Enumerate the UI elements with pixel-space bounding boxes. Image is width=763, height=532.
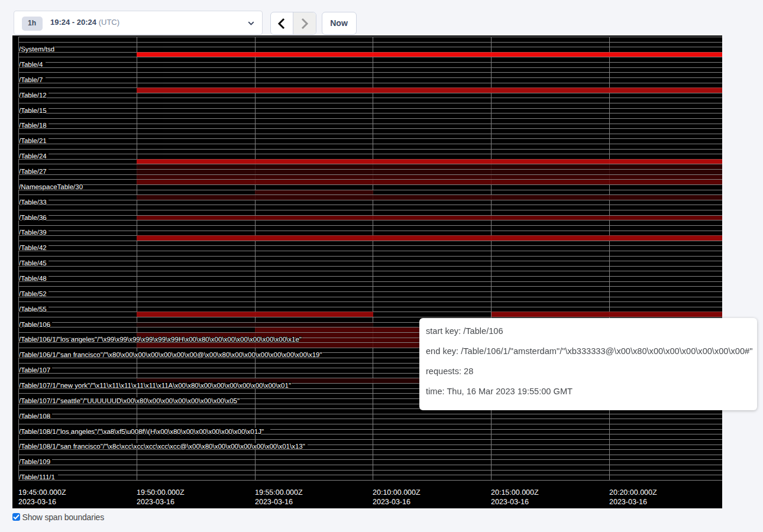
svg-text:19:50:00.000Z: 19:50:00.000Z: [137, 488, 185, 497]
svg-text:19:45:00.000Z: 19:45:00.000Z: [18, 488, 66, 497]
svg-text:/Table/36: /Table/36: [19, 215, 47, 222]
svg-text:2023-03-16: 2023-03-16: [18, 498, 56, 506]
svg-text:/Table/108/1/"san francisco"/": /Table/108/1/"san francisco"/"\x8c\xcc\x…: [19, 443, 305, 450]
svg-text:/Table/106: /Table/106: [19, 322, 50, 329]
svg-text:19:55:00.000Z: 19:55:00.000Z: [255, 488, 303, 497]
svg-text:/Table/12: /Table/12: [19, 92, 47, 99]
svg-text:20:15:00.000Z: 20:15:00.000Z: [491, 488, 539, 497]
svg-text:2023-03-16: 2023-03-16: [255, 498, 293, 506]
svg-text:/Table/18: /Table/18: [19, 122, 47, 129]
svg-text:/Table/106/1/"los angeles"/"\x: /Table/106/1/"los angeles"/"\x99\x99\x99…: [19, 336, 302, 343]
svg-text:/Table/4: /Table/4: [19, 61, 43, 69]
svg-text:2023-03-16: 2023-03-16: [609, 498, 647, 506]
svg-text:/Table/45: /Table/45: [19, 260, 47, 267]
svg-text:/System/tsd: /System/tsd: [19, 46, 54, 53]
svg-text:/Table/107/1/"seattle"/"UUUUUU: /Table/107/1/"seattle"/"UUUUUUD\x00\x80\…: [19, 398, 240, 405]
svg-text:2023-03-16: 2023-03-16: [491, 498, 529, 506]
svg-text:/NamespaceTable/30: /NamespaceTable/30: [19, 184, 83, 191]
svg-text:/Table/108/1/"los angeles"/"\x: /Table/108/1/"los angeles"/"\xa8\xf5\u00…: [19, 429, 264, 436]
svg-text:20:20:00.000Z: 20:20:00.000Z: [609, 488, 657, 497]
svg-text:2023-03-16: 2023-03-16: [137, 498, 174, 506]
svg-text:/Table/108: /Table/108: [19, 413, 50, 420]
svg-text:2023-03-16: 2023-03-16: [373, 498, 410, 506]
svg-text:/Table/24: /Table/24: [19, 153, 47, 160]
svg-text:20:10:00.000Z: 20:10:00.000Z: [373, 488, 421, 497]
svg-text:/Table/55: /Table/55: [19, 306, 47, 313]
svg-text:/Table/111/1: /Table/111/1: [19, 474, 55, 481]
svg-text:/Table/48: /Table/48: [19, 275, 47, 283]
svg-text:/Table/39: /Table/39: [19, 229, 47, 236]
svg-text:/Table/27: /Table/27: [19, 168, 47, 176]
svg-text:/Table/107: /Table/107: [19, 367, 50, 374]
svg-text:/Table/106/1/"san francisco"/": /Table/106/1/"san francisco"/"\x80\x00\x…: [19, 352, 322, 359]
svg-text:/Table/52: /Table/52: [19, 291, 47, 298]
svg-text:/Table/21: /Table/21: [19, 138, 47, 145]
svg-text:/Table/7: /Table/7: [19, 77, 43, 84]
svg-text:/Table/33: /Table/33: [19, 199, 47, 206]
svg-text:/Table/15: /Table/15: [19, 108, 47, 115]
svg-text:/Table/109: /Table/109: [19, 459, 50, 466]
svg-text:/Table/42: /Table/42: [19, 245, 47, 252]
svg-text:/Table/107/1/"new york"/"\x11\: /Table/107/1/"new york"/"\x11\x11\x11\x1…: [19, 382, 291, 390]
